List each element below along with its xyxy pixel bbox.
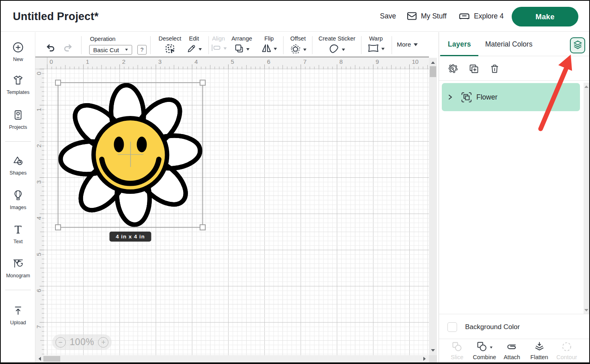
vertical-scrollbar[interactable]: [429, 58, 437, 355]
operation-group: OperationBasic Cut?: [89, 36, 147, 55]
chevron-down-icon: [199, 48, 202, 51]
trash-icon: [489, 63, 500, 76]
list-scroll-down-arrow[interactable]: [584, 309, 588, 311]
explore-machine-button[interactable]: Explore 4: [458, 11, 504, 21]
explore-machine-icon: [458, 11, 470, 21]
action-label: Contour: [556, 354, 577, 360]
toolbar-button-label: Align: [212, 36, 225, 42]
ruler-number: 3: [158, 58, 161, 65]
sidebar-item-images[interactable]: Images: [1, 189, 35, 210]
attach-icon: [506, 341, 519, 354]
selection-handle[interactable]: [200, 225, 205, 230]
ruler-number: 6: [267, 58, 270, 65]
toolbar-button-label: Offset: [290, 36, 306, 42]
horizontal-scroll-thumb[interactable]: [43, 356, 60, 362]
zoom-level: 100%: [70, 337, 94, 348]
background-color-checkbox[interactable]: [447, 322, 457, 332]
explore-machine-label: Explore 4: [474, 12, 504, 20]
panel-tabs: Layers Material Colors: [439, 32, 590, 56]
sidebar-item-shapes[interactable]: Shapes: [1, 155, 35, 176]
selection-handle[interactable]: [55, 80, 61, 85]
toolbar-create-sticker-button[interactable]: Create Sticker: [318, 32, 355, 56]
warp-icon: [367, 43, 380, 55]
action-attach-button[interactable]: Attach: [502, 339, 521, 362]
chevron-down-icon: [224, 47, 227, 50]
action-flatten-button[interactable]: Flatten: [530, 339, 549, 362]
toolbar-divider: [208, 36, 209, 54]
horizontal-scrollbar[interactable]: [35, 355, 429, 362]
sidebar-item-label: Templates: [7, 89, 30, 95]
scroll-right-arrow[interactable]: [423, 357, 426, 361]
ruler-number: 7: [303, 58, 306, 65]
ruler-number: 6: [35, 289, 42, 292]
toolbar-divider: [150, 36, 151, 54]
action-label: Attach: [504, 354, 520, 360]
sidebar-item-monogram[interactable]: Monogram: [1, 257, 35, 279]
group-button[interactable]: [448, 63, 459, 76]
scrollbar-corner: [429, 355, 437, 362]
background-color-row: Background Color: [447, 322, 520, 332]
operation-label: Operation: [90, 36, 147, 42]
duplicate-icon: [468, 63, 480, 76]
chevron-down-icon: [382, 48, 385, 50]
sidebar-item-text[interactable]: Text: [1, 223, 35, 244]
layers-panel-toggle-button[interactable]: [570, 37, 585, 53]
undo-button[interactable]: [45, 43, 56, 55]
more-label: More: [397, 41, 411, 48]
toolbar-warp-button[interactable]: Warp: [367, 32, 385, 55]
design-canvas[interactable]: 012345678910012345674 in x 4 in: [35, 57, 429, 355]
window-border: [0, 0, 590, 1]
ruler-number: 0: [50, 58, 53, 65]
toolbar-divider: [392, 36, 392, 54]
zoom-out-button[interactable]: −: [55, 337, 66, 348]
selection-handle[interactable]: [55, 225, 61, 230]
canvas-area[interactable]: 012345678910012345674 in x 4 in − 100% +: [35, 57, 439, 362]
templates-icon: [12, 74, 24, 88]
action-combine-button[interactable]: Combine: [475, 339, 494, 362]
zoom-in-button[interactable]: +: [98, 337, 108, 348]
tab-material-colors[interactable]: Material Colors: [485, 32, 533, 56]
chevron-down-icon: [342, 49, 345, 51]
selection-handle[interactable]: [200, 80, 205, 85]
toolbar-edit-button[interactable]: Edit: [186, 32, 202, 55]
action-label: Slice: [451, 354, 463, 360]
scroll-down-arrow[interactable]: [431, 349, 435, 352]
scroll-left-arrow[interactable]: [39, 357, 41, 361]
toolbar-offset-button[interactable]: Offset: [290, 32, 306, 56]
toolbar-arrange-button[interactable]: Arrange: [231, 32, 252, 55]
operation-help-button[interactable]: ?: [137, 45, 147, 55]
toolbar-deselect-button[interactable]: Deselect: [159, 32, 181, 56]
ruler-number: 1: [35, 108, 42, 111]
sticker-icon: [329, 43, 340, 56]
layers-list-scrollbar[interactable]: [584, 83, 589, 314]
toolbar-more-button[interactable]: More: [397, 41, 418, 48]
monogram-icon: [11, 257, 25, 272]
vertical-scroll-thumb[interactable]: [430, 66, 436, 77]
delete-button[interactable]: [489, 63, 500, 76]
chevron-down-icon: [303, 49, 306, 51]
toolbar-flip-button[interactable]: Flip: [261, 32, 277, 55]
duplicate-button[interactable]: [468, 63, 480, 76]
chevron-right-icon[interactable]: [447, 94, 453, 101]
sidebar-item-label: New: [13, 57, 23, 62]
scroll-up-arrow[interactable]: [431, 61, 435, 64]
toolbar-bottom-rule: [35, 57, 429, 57]
my-stuff-button[interactable]: My Stuff: [406, 11, 447, 21]
sidebar-item-projects[interactable]: Projects: [1, 109, 35, 130]
action-label: Combine: [473, 354, 496, 360]
ruler-number: 8: [339, 58, 343, 65]
sidebar-item-templates[interactable]: Templates: [1, 74, 35, 95]
layer-row-flower[interactable]: Flower: [442, 83, 580, 111]
sidebar-item-new[interactable]: New: [1, 41, 35, 62]
list-scroll-up-arrow[interactable]: [584, 85, 588, 88]
window-border: [0, 0, 1, 364]
sidebar-item-upload[interactable]: Upload: [1, 304, 35, 325]
app-header: Untitled Project* Save My Stuff Explore …: [1, 1, 589, 32]
save-button[interactable]: Save: [380, 12, 396, 20]
flatten-icon: [533, 341, 545, 354]
project-title: Untitled Project*: [13, 10, 98, 23]
tab-layers[interactable]: Layers: [448, 32, 471, 56]
operation-select[interactable]: Basic Cut: [89, 45, 132, 55]
layer-tools: [448, 63, 500, 76]
make-button[interactable]: Make: [512, 7, 578, 26]
